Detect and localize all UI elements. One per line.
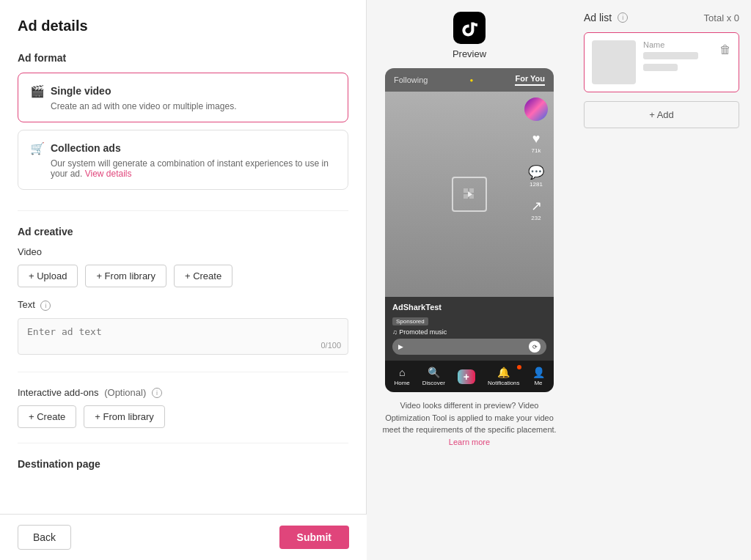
right-header: Ad list i Total x 0 (584, 12, 739, 23)
total-label: Total x 0 (704, 12, 739, 23)
nav-notifications: 🔔 Notifications (488, 366, 520, 386)
footer-bar: Back Submit (0, 514, 367, 560)
interactive-addons-label: Interactive add-ons (Optional) i (18, 387, 348, 399)
destination-page-label: Destination page (18, 458, 348, 470)
ad-list-info-icon[interactable]: i (618, 12, 628, 23)
char-count: 0/100 (320, 341, 341, 350)
svg-rect-0 (464, 188, 468, 193)
create-video-button[interactable]: + Create (174, 265, 232, 287)
ad-brand: AdSharkTest (392, 303, 546, 312)
text-label: Text i (18, 299, 348, 311)
delete-ad-icon[interactable]: 🗑 (719, 43, 731, 56)
page-title: Ad details (18, 18, 348, 34)
phone-frame: Following ● For You (385, 68, 554, 392)
nav-discover: 🔍 Discover (422, 366, 445, 386)
ad-thumbnail (592, 40, 636, 84)
text-subsection: Text i 0/100 (18, 299, 348, 357)
collection-ads-card[interactable]: 🛒 Collection ads Our system will generat… (18, 130, 348, 190)
ad-list-label: Ad list i (584, 12, 628, 23)
phone-content: ♥ 71k 💬 1281 ↗ 232 (385, 92, 554, 297)
ad-name-bar (643, 52, 698, 59)
music-button[interactable]: ⟳ (529, 341, 541, 353)
ad-card-right: Name (643, 40, 712, 75)
comment-action: 💬 1281 (528, 164, 544, 188)
collection-ads-icon: 🛒 (30, 141, 45, 155)
play-icon (452, 177, 487, 212)
ad-format-section: Ad format 🎬 Single video Create an ad wi… (18, 52, 348, 190)
nav-home: ⌂ Home (394, 366, 409, 386)
phone-nav-bar: ⌂ Home 🔍 Discover + 🔔 Notifications 👤 Me (385, 361, 554, 392)
phone-top-bar: Following ● For You (385, 68, 554, 92)
view-details-link[interactable]: View details (85, 169, 132, 179)
back-button[interactable]: Back (18, 525, 71, 550)
ad-text-input[interactable] (18, 318, 348, 355)
like-action: ♥ 71k (532, 131, 541, 154)
video-subsection: Video + Upload + From library + Create (18, 246, 348, 287)
video-label: Video (18, 246, 348, 257)
ad-creative-label: Ad creative (18, 226, 348, 237)
nav-create[interactable]: + (458, 369, 475, 384)
ad-name-label: Name (643, 40, 712, 49)
share-action: ↗ 232 (531, 198, 542, 221)
svg-rect-2 (464, 194, 468, 199)
single-video-title: Single video (51, 85, 111, 97)
preview-note: Video looks different in preview? Video … (378, 399, 560, 448)
svg-rect-1 (469, 188, 474, 193)
single-video-desc: Create an ad with one video or multiple … (51, 101, 336, 111)
from-library-addon-button[interactable]: + From library (84, 405, 165, 428)
collection-ads-desc: Our system will generate a combination o… (51, 158, 336, 179)
interactive-addons-button-group: + Create + From library (18, 405, 348, 428)
interactive-addons-subsection: Interactive add-ons (Optional) i + Creat… (18, 387, 348, 429)
promoted-music: ♫ Promoted music (392, 328, 546, 336)
tiktok-logo (453, 12, 486, 44)
ad-name-bar-2 (643, 64, 678, 71)
right-panel: Ad list i Total x 0 Name 🗑 + Add (572, 0, 751, 560)
single-video-icon: 🎬 (30, 84, 45, 98)
single-video-card[interactable]: 🎬 Single video Create an ad with one vid… (18, 73, 348, 122)
sponsored-badge: Sponsored (392, 317, 428, 325)
from-library-video-button[interactable]: + From library (85, 265, 166, 287)
following-tab: Following (394, 75, 428, 84)
avatar (524, 97, 548, 121)
text-input-wrapper: 0/100 (18, 318, 348, 357)
add-ad-button[interactable]: + Add (584, 101, 739, 128)
ad-creative-section: Ad creative Video + Upload + From librar… (18, 226, 348, 470)
nav-me: 👤 Me (532, 366, 545, 386)
left-panel: Ad details Ad format 🎬 Single video Crea… (0, 0, 367, 560)
video-button-group: + Upload + From library + Create (18, 265, 348, 287)
create-addon-button[interactable]: + Create (18, 405, 76, 428)
text-info-icon[interactable]: i (40, 301, 51, 311)
notification-badge-dot (517, 365, 521, 369)
collection-ads-title: Collection ads (51, 142, 121, 154)
upload-video-button[interactable]: + Upload (18, 265, 78, 287)
preview-panel: Preview Following ● For You (367, 0, 572, 560)
submit-button[interactable]: Submit (279, 526, 349, 549)
interactive-addons-info-icon[interactable]: i (152, 388, 162, 398)
music-bar: ▶ ⟳ (392, 339, 546, 355)
side-actions: ♥ 71k 💬 1281 ↗ 232 (524, 92, 548, 221)
preview-label: Preview (453, 48, 486, 59)
for-you-tab: For You (515, 74, 545, 86)
learn-more-link[interactable]: Learn more (449, 438, 490, 446)
ad-format-label: Ad format (18, 52, 348, 64)
ad-list-card: Name 🗑 (584, 32, 739, 92)
phone-bottom-info: AdSharkTest Sponsored ♫ Promoted music ▶… (385, 297, 554, 361)
